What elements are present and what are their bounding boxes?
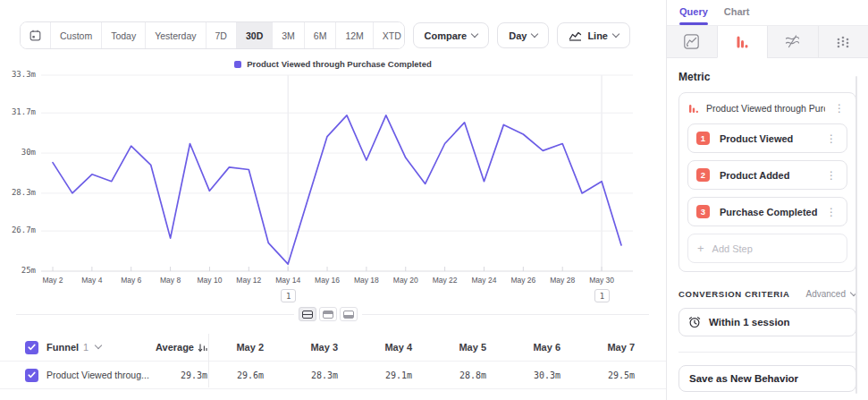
funnel-step-1[interactable]: 1Product Viewed⋮ [687, 123, 847, 153]
average-column-header[interactable]: Average [156, 342, 194, 353]
series-checkbox[interactable] [25, 369, 38, 382]
chevron-down-icon [531, 30, 538, 37]
annotation-badge[interactable]: 1 [594, 289, 610, 302]
x-axis-label: May 20 [383, 276, 428, 285]
x-axis-label: May 10 [187, 276, 232, 285]
chart-type-label: Line [587, 30, 608, 41]
conversion-window-button[interactable]: Within 1 session [678, 308, 856, 336]
split-view-toggle[interactable] [299, 307, 316, 321]
range-today[interactable]: Today [101, 22, 145, 48]
compare-button[interactable]: Compare [413, 22, 490, 48]
x-axis-label: May 30 [579, 276, 624, 285]
x-axis-label: May 4 [70, 276, 114, 285]
legend-swatch [234, 61, 241, 68]
cell-value: 26.4m [653, 370, 666, 380]
annotation-badge[interactable]: 1 [281, 289, 296, 302]
funnel-icon [735, 35, 749, 49]
step-menu-icon[interactable]: ⋮ [824, 133, 839, 144]
chart-type-dropdown[interactable]: Line [557, 22, 630, 48]
column-header-may-4[interactable]: May 4 [356, 342, 430, 353]
chevron-down-icon [471, 30, 478, 37]
x-axis-label: May 18 [344, 276, 389, 285]
column-header-may-2[interactable]: May 2 [207, 342, 282, 353]
panel-body: Metric Product Viewed through Purchas...… [667, 71, 868, 400]
metric-card: Product Viewed through Purchas... ⋮ 1Pro… [678, 92, 856, 272]
check-icon [28, 371, 36, 379]
range-custom[interactable]: Custom [50, 22, 101, 48]
range-3m[interactable]: 3M [272, 22, 304, 48]
panel-scrollbar[interactable] [855, 76, 857, 394]
range-12m[interactable]: 12M [335, 22, 372, 48]
chart-legend: Product Viewed through Purchase Complete… [0, 59, 666, 69]
conversion-window-label: Within 1 session [709, 317, 790, 328]
metric-header[interactable]: Product Viewed through Purchas... ⋮ [688, 103, 847, 114]
analytics-app: CustomTodayYesterday7D30D3M6M12MXTD Comp… [0, 0, 868, 400]
range-6m[interactable]: 6M [304, 22, 336, 48]
check-icon [28, 344, 36, 351]
x-axis-label: May 26 [501, 276, 545, 285]
metric-section-label: Metric [678, 71, 856, 83]
range-yesterday[interactable]: Yesterday [145, 22, 205, 48]
plus-icon: + [697, 242, 704, 255]
metric-menu-icon[interactable]: ⋮ [832, 103, 847, 114]
tab-segmentation[interactable] [818, 26, 868, 58]
add-step-label: Add Step [712, 243, 753, 254]
funnel-steps-list: 1Product Viewed⋮2Product Added⋮3Purchase… [687, 123, 847, 226]
interval-dropdown[interactable]: Day [497, 22, 549, 48]
advanced-label: Advanced [806, 289, 846, 299]
cell-value: 29.6m [207, 370, 282, 380]
step-number-badge: 1 [696, 132, 710, 145]
x-axis-label: May 6 [109, 276, 154, 285]
interval-label: Day [509, 30, 527, 41]
conversion-criteria-row: CONVERSION CRITERIA Advanced [678, 289, 856, 299]
column-header-may-7[interactable]: May 7 [578, 342, 653, 353]
save-behavior-button[interactable]: Save as New Behavior [678, 365, 856, 392]
y-axis-label: 26.7m [0, 226, 36, 234]
funnel-step-2[interactable]: 2Product Added⋮ [687, 160, 847, 190]
range-xtd[interactable]: XTD [373, 22, 405, 48]
tab-funnel[interactable] [717, 26, 768, 58]
tab-flow[interactable] [767, 26, 818, 58]
advanced-dropdown[interactable]: Advanced [806, 289, 856, 299]
x-axis-label: May 14 [265, 276, 310, 285]
step-label: Purchase Completed [720, 207, 824, 217]
table-data-row: Product Viewed throug... 29.3m 29.6m28.3… [0, 362, 666, 389]
table-column-divider [208, 334, 209, 387]
cell-value: 29.5m [578, 370, 653, 380]
conversion-criteria-label: CONVERSION CRITERIA [678, 289, 790, 299]
column-header-may-6[interactable]: May 6 [504, 342, 578, 353]
alarm-clock-icon [688, 316, 701, 328]
tab-query[interactable]: Query [679, 6, 708, 25]
range-7d[interactable]: 7D [206, 22, 236, 48]
funnel-trend-chart[interactable]: 1133.3m31.7m30m28.3m26.7m25mMay 2May 4Ma… [0, 69, 666, 309]
step-label: Product Added [720, 170, 824, 181]
column-header-may-8[interactable]: May 8 [653, 342, 666, 353]
column-header-may-5[interactable]: May 5 [430, 342, 504, 353]
chevron-down-icon [612, 30, 619, 37]
range-30d[interactable]: 30D [236, 22, 272, 48]
calendar-icon[interactable] [21, 22, 50, 48]
line-chart-icon [569, 30, 582, 41]
column-header-may-3[interactable]: May 3 [282, 342, 356, 353]
table-header-row: Funnel1 Average May 2May 3May 4May 5May … [0, 334, 666, 362]
chart-tab-label: Chart [724, 6, 750, 17]
y-axis-label: 25m [0, 266, 36, 275]
x-axis-label: May 22 [423, 276, 468, 285]
x-axis-label: May 24 [461, 276, 506, 285]
step-menu-icon[interactable]: ⋮ [824, 207, 839, 217]
table-only-toggle[interactable] [340, 307, 358, 321]
chevron-down-icon[interactable] [95, 342, 102, 349]
tab-chart[interactable]: Chart [724, 6, 750, 25]
select-all-checkbox[interactable] [25, 341, 38, 354]
step-menu-icon[interactable]: ⋮ [824, 170, 839, 181]
metric-title: Product Viewed through Purchas... [706, 103, 825, 114]
funnel-step-3[interactable]: 3Purchase Completed⋮ [687, 197, 847, 226]
tab-line-chart[interactable] [667, 26, 717, 58]
tab-underline [679, 22, 708, 25]
flow-icon [785, 34, 800, 49]
main-area: CustomTodayYesterday7D30D3M6M12MXTD Comp… [0, 0, 666, 400]
chart-only-toggle[interactable] [319, 307, 337, 321]
sort-icon[interactable] [198, 343, 207, 353]
funnel-group-label[interactable]: Funnel [46, 342, 79, 353]
add-step-button[interactable]: + Add Step [687, 234, 847, 263]
